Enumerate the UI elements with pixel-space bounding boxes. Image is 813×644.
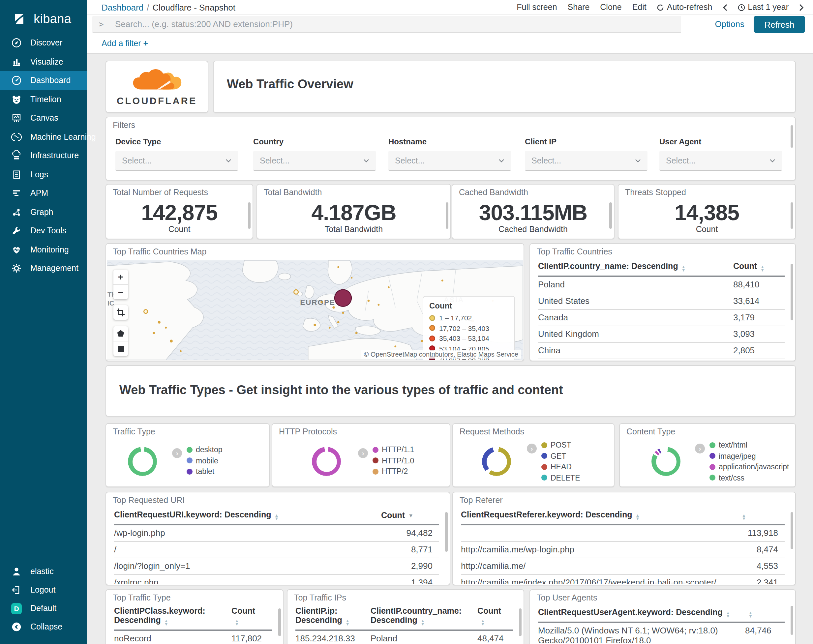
sidebar-item-user-elastic[interactable]: elastic — [0, 562, 87, 581]
chevron-right-icon[interactable]: › — [527, 444, 537, 454]
legend-item[interactable]: POST — [541, 441, 580, 449]
scrollbar-thumb[interactable] — [791, 606, 793, 635]
clone-button[interactable]: Clone — [600, 3, 621, 12]
map-attribution[interactable]: © OpenStreetMap contributors, Elastic Ma… — [361, 350, 521, 359]
search-input[interactable] — [114, 18, 681, 30]
map-crop-control — [114, 305, 128, 320]
sidebar-item-logout[interactable]: Logout — [0, 581, 87, 599]
chevron-right-icon[interactable]: › — [172, 448, 182, 458]
search-input-box[interactable]: >_ — [92, 16, 681, 33]
options-link[interactable]: Options — [715, 14, 744, 34]
scrollbar-thumb[interactable] — [791, 512, 793, 549]
content-type-donut-chart[interactable] — [652, 447, 681, 476]
sidebar-item-machine-learning[interactable]: Machine Learning — [0, 127, 87, 146]
legend-item[interactable]: HTTP/2 — [373, 467, 414, 475]
polygon-tool-button[interactable] — [114, 326, 128, 341]
hostname-select[interactable]: Select... — [388, 151, 511, 171]
chevron-right-icon[interactable]: › — [695, 444, 705, 454]
bars-icon — [11, 188, 22, 199]
column-header-count[interactable]: Count▼ — [381, 511, 439, 520]
sidebar-item-collapse[interactable]: Collapse — [0, 618, 87, 636]
sidebar-item-apm[interactable]: APM — [0, 184, 87, 203]
sidebar-item-timelion[interactable]: Timelion — [0, 90, 87, 109]
scrollbar-thumb[interactable] — [278, 609, 281, 636]
refresh-button[interactable]: Refresh — [754, 16, 805, 33]
sidebar-item-logs[interactable]: Logs — [0, 165, 87, 184]
sidebar-item-management[interactable]: Management — [0, 259, 87, 278]
column-header-referer[interactable]: ClientRequestReferer.keyword: Descending… — [461, 510, 738, 520]
column-header-country[interactable]: ClientIP.country_name: Descending▲▼ — [371, 606, 477, 626]
country-select[interactable]: Select... — [253, 151, 376, 171]
legend-item[interactable]: GET — [541, 452, 580, 460]
request-methods-donut-chart[interactable] — [482, 447, 511, 476]
crop-tool-button[interactable] — [114, 305, 128, 320]
scrollbar-thumb[interactable] — [791, 264, 793, 320]
sidebar-item-visualize[interactable]: Visualize — [0, 52, 87, 71]
chevron-right-icon[interactable]: › — [358, 448, 368, 458]
rectangle-tool-button[interactable] — [114, 341, 128, 356]
scrollbar-thumb[interactable] — [791, 125, 793, 148]
scrollbar-thumb[interactable] — [248, 202, 250, 229]
column-header-country[interactable]: ClientIP.country_name: Descending▲▼ — [538, 262, 733, 271]
traffic-type-donut-chart[interactable] — [128, 447, 157, 476]
sidebar-item-monitoring[interactable]: Monitoring — [0, 240, 87, 259]
panel-title: Top Referer — [460, 496, 503, 505]
column-header-ip-class[interactable]: ClientIPClass.keyword: Descending▲▼ — [114, 606, 232, 626]
legend-item[interactable]: mobile — [187, 457, 222, 465]
scrollbar-thumb[interactable] — [609, 202, 612, 229]
legend-item[interactable]: desktop — [187, 446, 222, 454]
poland-marker[interactable] — [334, 290, 351, 307]
full-screen-button[interactable]: Full screen — [517, 3, 557, 12]
share-button[interactable]: Share — [568, 3, 590, 12]
client-ip-select[interactable]: Select... — [525, 151, 647, 171]
time-picker-button[interactable]: Last 1 year — [738, 3, 788, 12]
sidebar-item-discover[interactable]: Discover — [0, 34, 87, 52]
canada-marker[interactable] — [144, 310, 147, 313]
sidebar-item-default-space[interactable]: D Default — [0, 599, 87, 618]
scrollbar-thumb[interactable] — [445, 512, 448, 552]
panel-title: Total Bandwidth — [264, 188, 322, 197]
column-header-count[interactable]: Count▲▼ — [232, 606, 272, 626]
sidebar-item-label: Logs — [30, 170, 48, 179]
column-header-count[interactable]: Count▲▼ — [733, 262, 785, 271]
zoom-in-button[interactable]: + — [114, 270, 128, 284]
time-prev-button[interactable] — [722, 4, 727, 11]
zoom-out-button[interactable]: − — [114, 284, 128, 299]
sidebar-item-infrastructure[interactable]: Infrastructure — [0, 146, 87, 165]
sidebar-item-dev-tools[interactable]: Dev Tools — [0, 221, 87, 240]
sidebar-item-dashboard[interactable]: Dashboard — [0, 71, 87, 90]
scrollbar-thumb[interactable] — [519, 609, 522, 636]
sidebar-item-graph[interactable]: Graph — [0, 203, 87, 221]
column-header-user-agent[interactable]: ClientRequestUserAgent.keyword: Descendi… — [538, 608, 745, 618]
legend-item[interactable]: HEAD — [541, 463, 580, 471]
device-type-select[interactable]: Select... — [115, 151, 238, 171]
legend-item[interactable]: text/css — [709, 474, 789, 481]
legend-item[interactable]: HTTP/1.1 — [373, 446, 414, 454]
kibana-logo[interactable]: kibana — [0, 0, 87, 35]
sidebar-item-canvas[interactable]: Canvas — [0, 109, 87, 127]
scrollbar-thumb[interactable] — [791, 202, 793, 229]
uk-marker[interactable] — [294, 290, 298, 294]
legend-item[interactable]: tablet — [187, 467, 222, 475]
breadcrumb-dashboard-link[interactable]: Dashboard — [101, 3, 143, 12]
time-next-button[interactable] — [799, 4, 804, 11]
world-map[interactable]: TH IC EUROPE ASIA — [107, 261, 523, 360]
column-header-uri[interactable]: ClientRequestURI.keyword: Descending▲▼ — [114, 510, 381, 520]
legend-item[interactable]: image/jpeg — [709, 452, 789, 460]
edit-button[interactable]: Edit — [632, 3, 646, 12]
column-header-count[interactable]: ▲▼ — [745, 608, 785, 618]
table-row: Poland88,410 — [538, 277, 785, 293]
legend-item[interactable]: DELETE — [541, 474, 580, 481]
column-header-count[interactable]: Count▲▼ — [477, 606, 513, 626]
user-agent-select[interactable]: Select... — [660, 151, 782, 171]
scrollbar-thumb[interactable] — [446, 202, 448, 229]
column-header-count[interactable]: ▲▼ — [738, 510, 785, 520]
add-filter-link[interactable]: Add a filter + — [101, 39, 148, 48]
legend-item[interactable]: text/html — [709, 441, 789, 449]
legend-item[interactable]: application/javascript — [709, 463, 789, 471]
http-protocols-donut-chart[interactable] — [312, 447, 341, 476]
column-header-ip[interactable]: ClientIP.ip: Descending▲▼ — [295, 606, 371, 626]
auto-refresh-button[interactable]: Auto-refresh — [657, 3, 712, 12]
legend-item[interactable]: HTTP/1.0 — [373, 457, 414, 465]
filter-bar: Add a filter + — [87, 34, 813, 54]
